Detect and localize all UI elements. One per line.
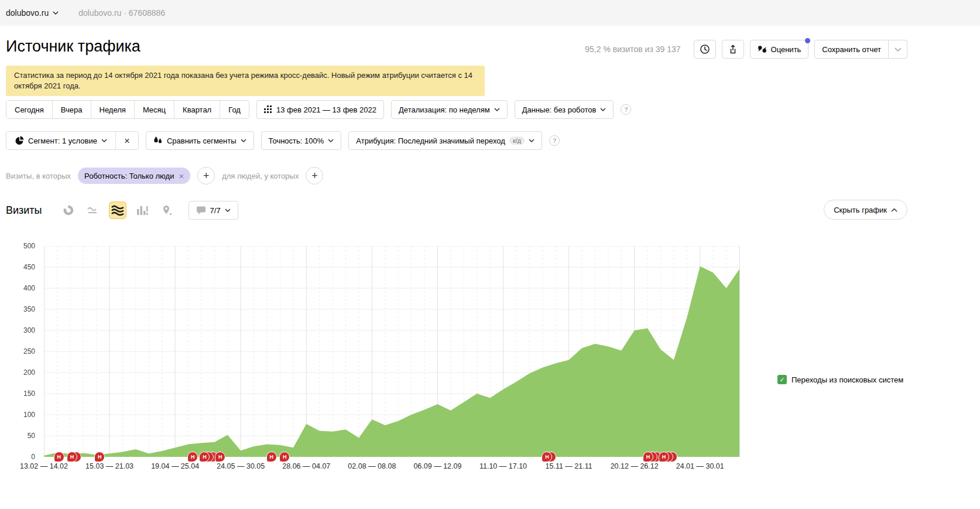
save-report-button[interactable]: Сохранить отчет bbox=[814, 40, 889, 59]
plus-icon: + bbox=[311, 170, 318, 181]
chevron-down-icon bbox=[529, 139, 534, 142]
metric-title: Визиты bbox=[6, 204, 42, 217]
note-marker[interactable]: Н bbox=[659, 452, 669, 462]
attribution-badge: к/д bbox=[509, 136, 525, 145]
chevron-down-icon bbox=[895, 47, 902, 52]
goals-button[interactable]: 7/7 bbox=[189, 201, 238, 220]
period-month[interactable]: Месяц bbox=[134, 101, 174, 118]
period-week[interactable]: Неделя bbox=[91, 101, 134, 118]
chart-toolbar: Визиты 7/7 bbox=[6, 201, 238, 220]
legend-checkbox[interactable]: ✓ bbox=[777, 375, 787, 384]
y-axis-tick: 0 bbox=[0, 453, 35, 461]
robots-filter-chip[interactable]: Роботность: Только люди × bbox=[78, 168, 190, 184]
chart-type-pie-button[interactable] bbox=[60, 201, 77, 219]
line-chart-icon bbox=[87, 205, 100, 216]
x-axis-tick-label: 02.08 — 08.08 bbox=[334, 462, 410, 470]
people-condition-label: для людей, у которых bbox=[222, 172, 299, 180]
traffic-chart[interactable] bbox=[44, 246, 739, 457]
drops-compare-icon bbox=[153, 136, 163, 145]
speech-bubble-icon bbox=[196, 206, 206, 215]
add-people-condition-button[interactable]: + bbox=[306, 167, 323, 185]
counter-name: dolubovo.ru bbox=[6, 8, 49, 18]
chart-type-columns-button[interactable] bbox=[133, 201, 151, 219]
date-range-button[interactable]: 13 фев 2021 — 13 фев 2022 bbox=[256, 100, 384, 119]
x-axis-tick-label: 24.01 — 30.01 bbox=[662, 462, 738, 470]
legend-item[interactable]: ✓ Переходы из поисковых систем bbox=[777, 375, 903, 384]
notice-banner: Статистика за период до 14 октября 2021 … bbox=[6, 66, 485, 96]
data-mode-value: Данные: без роботов bbox=[522, 105, 597, 114]
period-year[interactable]: Год bbox=[220, 101, 249, 118]
save-report-menu-button[interactable] bbox=[889, 40, 907, 59]
chart-type-map-button[interactable] bbox=[158, 201, 176, 219]
note-marker[interactable]: Н bbox=[54, 452, 64, 462]
remove-chip-icon[interactable]: × bbox=[179, 172, 184, 180]
pie-chart-icon bbox=[63, 204, 74, 216]
calendar-grid-icon bbox=[264, 105, 272, 114]
notification-dot bbox=[805, 38, 810, 43]
period-quarter[interactable]: Квартал bbox=[174, 101, 220, 118]
segment-select[interactable]: Сегмент: 1 условие bbox=[6, 132, 115, 149]
chevron-up-icon bbox=[891, 208, 897, 212]
note-marker[interactable]: Н bbox=[279, 452, 290, 462]
x-axis-tick-label: 15.11 — 21.11 bbox=[531, 462, 607, 470]
hide-chart-button[interactable]: Скрыть график bbox=[824, 200, 907, 220]
x-axis-tick-label: 28.06 — 04.07 bbox=[268, 462, 344, 470]
compare-segments-button[interactable]: Сравнить сегменты bbox=[146, 131, 254, 150]
history-button[interactable] bbox=[694, 40, 716, 59]
help-icon[interactable]: ? bbox=[621, 104, 631, 115]
accuracy-value: Точность: 100% bbox=[269, 136, 324, 145]
chip-label: Роботность: Только люди bbox=[84, 172, 174, 180]
plot-right-border bbox=[739, 246, 740, 457]
date-range-value: 13 фев 2021 — 13 фев 2022 bbox=[276, 105, 376, 114]
note-marker[interactable]: Н bbox=[187, 452, 198, 462]
help-icon[interactable]: ? bbox=[549, 135, 560, 146]
pie-segment-icon bbox=[15, 136, 24, 145]
column-chart-icon bbox=[136, 204, 148, 216]
y-axis-tick: 350 bbox=[0, 305, 35, 313]
export-button[interactable] bbox=[722, 40, 744, 59]
note-marker[interactable]: Н bbox=[67, 452, 77, 462]
rate-button[interactable]: Оценить bbox=[750, 40, 809, 59]
y-axis-tick: 200 bbox=[0, 368, 35, 377]
check-icon: ✓ bbox=[779, 376, 784, 384]
note-marker[interactable]: Н bbox=[266, 452, 277, 462]
report-actions: 95,2 % визитов из 39 137 Оценить Сохрани… bbox=[585, 40, 907, 59]
chart-type-line-button[interactable] bbox=[84, 201, 102, 219]
x-axis-tick-label: 24.05 — 30.05 bbox=[203, 462, 279, 470]
segment-value: Сегмент: 1 условие bbox=[28, 136, 97, 145]
y-axis-tick: 400 bbox=[0, 284, 35, 292]
rate-label: Оценить bbox=[771, 45, 801, 54]
counter-info: dolubovo.ru · 67608886 bbox=[78, 8, 165, 18]
accuracy-select[interactable]: Точность: 100% bbox=[261, 131, 342, 150]
detail-select[interactable]: Детализация: по неделям bbox=[391, 100, 508, 119]
note-marker[interactable]: Н bbox=[215, 452, 225, 462]
note-marker[interactable]: Н bbox=[94, 452, 105, 462]
y-axis-tick: 450 bbox=[0, 263, 35, 271]
chevron-down-icon bbox=[328, 139, 334, 142]
counter-switcher[interactable]: dolubovo.ru bbox=[6, 8, 59, 18]
attribution-select[interactable]: Атрибуция: Последний значимый переход к/… bbox=[348, 131, 542, 150]
y-axis-tick: 500 bbox=[0, 242, 35, 250]
note-marker[interactable]: Н bbox=[643, 452, 653, 462]
y-axis-tick: 100 bbox=[0, 411, 35, 419]
chevron-down-icon bbox=[241, 139, 246, 142]
period-filter-row: Сегодня Вчера Неделя Месяц Квартал Год 1… bbox=[6, 100, 631, 119]
period-yesterday[interactable]: Вчера bbox=[52, 101, 91, 118]
segment-control: Сегмент: 1 условие × bbox=[6, 131, 139, 150]
stacked-area-icon bbox=[111, 204, 125, 216]
detail-value: Детализация: по неделям bbox=[399, 105, 490, 114]
y-axis-tick: 250 bbox=[0, 347, 35, 356]
segment-clear-button[interactable]: × bbox=[115, 132, 138, 149]
x-axis-tick-label: 13.02 — 14.02 bbox=[6, 462, 82, 470]
data-mode-select[interactable]: Данные: без роботов bbox=[515, 100, 614, 119]
period-today[interactable]: Сегодня bbox=[6, 101, 52, 118]
feedback-quotes-icon bbox=[758, 45, 767, 53]
x-axis-tick-label: 11.10 — 17.10 bbox=[465, 462, 542, 470]
add-visit-condition-button[interactable]: + bbox=[197, 167, 215, 185]
x-axis-tick-label: 20.12 — 26.12 bbox=[597, 462, 673, 470]
visits-condition-label: Визиты, в которых bbox=[6, 172, 71, 180]
x-axis-tick-label: 06.09 — 12.09 bbox=[399, 462, 475, 470]
chart-type-area-button[interactable] bbox=[109, 201, 126, 219]
chevron-down-icon bbox=[225, 209, 231, 212]
conditions-row: Визиты, в которых Роботность: Только люд… bbox=[6, 167, 323, 185]
